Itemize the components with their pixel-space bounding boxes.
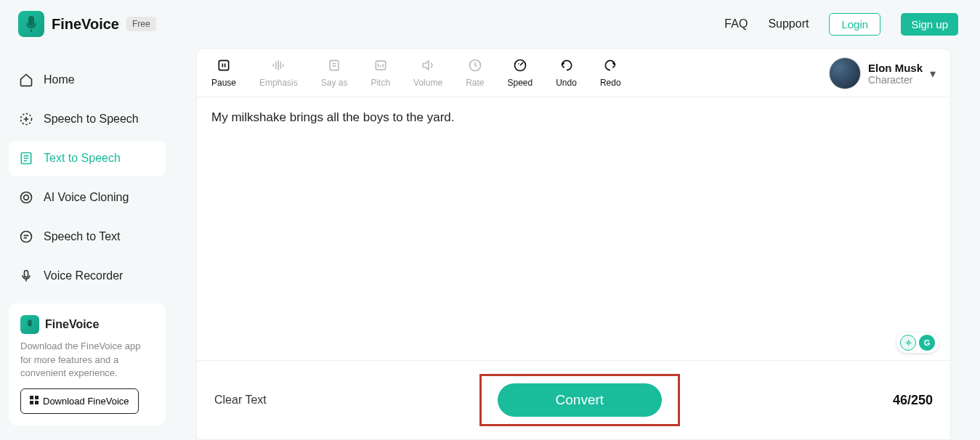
svg-rect-10 — [219, 60, 228, 70]
emphasis-icon — [270, 57, 286, 73]
plan-badge: Free — [126, 17, 156, 31]
character-selector[interactable]: Elon Musk Character ▾ — [829, 57, 936, 95]
promo-card: FineVoice Download the FineVoice app for… — [9, 303, 166, 425]
sidebar: Home Speech to Speech Text to Speech AI … — [0, 48, 174, 440]
pitch-icon — [373, 57, 389, 73]
character-sub: Character — [868, 74, 923, 86]
svg-rect-8 — [30, 401, 33, 404]
wave-icon — [19, 112, 33, 126]
toolbar: Pause Emphasis Say as Pitch — [197, 49, 950, 97]
sidebar-item-label: Speech to Speech — [44, 113, 139, 126]
tool-label: Say as — [321, 78, 348, 88]
svg-point-3 — [24, 195, 29, 200]
main: Pause Emphasis Say as Pitch — [174, 48, 980, 440]
document-icon — [19, 151, 33, 166]
svg-rect-9 — [35, 401, 39, 404]
sidebar-item-label: Speech to Text — [44, 230, 121, 243]
character-name: Elon Musk — [868, 62, 923, 74]
home-icon — [19, 73, 33, 87]
char-counter: 46/250 — [893, 393, 933, 408]
download-button[interactable]: Download FineVoice — [20, 388, 139, 414]
text-editor[interactable] — [197, 97, 950, 360]
sidebar-item-label: Voice Recorder — [44, 269, 123, 282]
rate-icon — [467, 57, 483, 73]
brand[interactable]: FineVoice Free — [18, 11, 156, 37]
tool-label: Emphasis — [259, 78, 298, 88]
download-button-label: Download FineVoice — [43, 396, 129, 407]
svg-rect-6 — [30, 396, 33, 399]
grammarly-icon: G — [919, 335, 935, 351]
sidebar-item-label: AI Voice Cloning — [44, 191, 129, 204]
windows-icon — [30, 396, 39, 407]
text-icon — [19, 229, 33, 244]
tool-label: Pause — [211, 78, 236, 88]
svg-rect-7 — [35, 396, 39, 399]
avatar — [829, 57, 861, 89]
svg-point-4 — [21, 232, 32, 243]
sidebar-item-speech-to-text[interactable]: Speech to Text — [9, 219, 166, 254]
tool-pause[interactable]: Pause — [211, 57, 236, 97]
promo-description: Download the FineVoice app for more feat… — [20, 340, 154, 380]
header: FineVoice Free FAQ Support Login Sign up — [0, 0, 980, 48]
signup-button[interactable]: Sign up — [901, 13, 958, 36]
tool-label: Redo — [600, 78, 621, 88]
sidebar-item-ai-voice-cloning[interactable]: AI Voice Cloning — [9, 180, 166, 215]
editor-footer: Clear Text Convert 46/250 — [197, 360, 950, 439]
say-as-icon — [326, 57, 342, 73]
sidebar-item-label: Home — [44, 73, 75, 86]
tool-volume[interactable]: Volume — [413, 57, 442, 97]
pause-icon — [216, 57, 232, 73]
sparkle-icon: ✧ — [900, 335, 916, 351]
redo-icon — [602, 57, 618, 73]
faq-link[interactable]: FAQ — [724, 17, 748, 30]
convert-button[interactable]: Convert — [498, 383, 663, 417]
convert-highlight: Convert — [479, 374, 681, 426]
tool-speed[interactable]: Speed — [507, 57, 532, 97]
editor-panel: Pause Emphasis Say as Pitch — [196, 48, 951, 440]
login-button[interactable]: Login — [829, 13, 880, 36]
sidebar-item-voice-recorder[interactable]: Voice Recorder — [9, 258, 166, 293]
sidebar-item-speech-to-speech[interactable]: Speech to Speech — [9, 102, 166, 137]
promo-logo-icon — [20, 315, 39, 334]
tool-pitch[interactable]: Pitch — [370, 57, 390, 97]
tool-emphasis[interactable]: Emphasis — [259, 57, 298, 97]
grammar-widget[interactable]: ✧ G — [896, 333, 939, 353]
brand-name: FineVoice — [52, 16, 119, 33]
tool-rate[interactable]: Rate — [466, 57, 484, 97]
speed-icon — [512, 57, 528, 73]
svg-rect-5 — [25, 271, 28, 277]
chevron-down-icon: ▾ — [930, 67, 936, 81]
volume-icon — [420, 57, 436, 73]
sidebar-item-text-to-speech[interactable]: Text to Speech — [9, 141, 166, 176]
tool-redo[interactable]: Redo — [600, 57, 621, 97]
microphone-icon — [19, 269, 33, 283]
clear-text-button[interactable]: Clear Text — [214, 394, 267, 407]
clone-icon — [19, 190, 33, 205]
tool-undo[interactable]: Undo — [556, 57, 577, 97]
tool-label: Volume — [413, 78, 442, 88]
tool-label: Rate — [466, 78, 484, 88]
svg-point-2 — [21, 192, 32, 203]
tool-say-as[interactable]: Say as — [321, 57, 348, 97]
logo-icon — [18, 11, 44, 37]
sidebar-item-label: Text to Speech — [44, 152, 121, 165]
tool-label: Pitch — [370, 78, 390, 88]
header-actions: FAQ Support Login Sign up — [724, 13, 958, 36]
undo-icon — [559, 57, 575, 73]
promo-title: FineVoice — [45, 318, 99, 331]
tool-label: Undo — [556, 78, 577, 88]
sidebar-item-home[interactable]: Home — [9, 62, 166, 97]
support-link[interactable]: Support — [768, 17, 809, 30]
tool-label: Speed — [507, 78, 532, 88]
